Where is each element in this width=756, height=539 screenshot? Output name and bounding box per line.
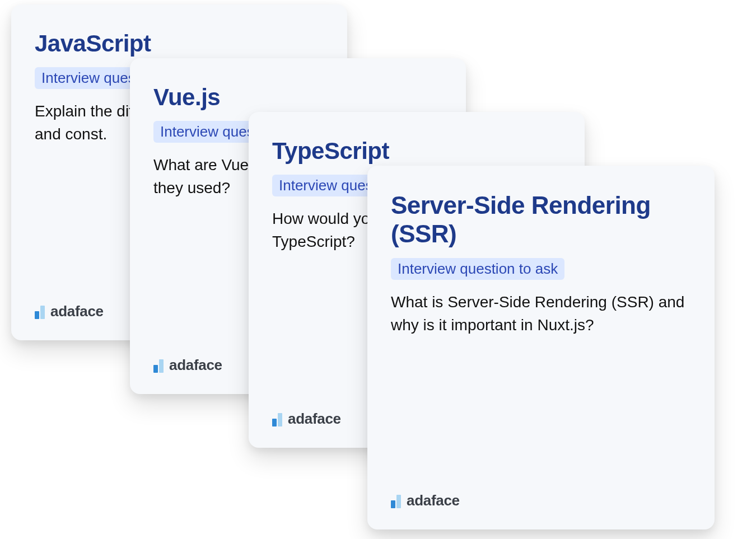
- card-title: JavaScript: [35, 30, 324, 57]
- card-title: TypeScript: [272, 138, 561, 165]
- brand: adaface: [391, 475, 691, 509]
- adaface-logo-icon: [272, 412, 282, 426]
- brand-text: adaface: [50, 303, 104, 320]
- brand-text: adaface: [169, 357, 222, 374]
- card-badge: Interview question to ask: [391, 258, 564, 280]
- card-title: Vue.js: [153, 84, 442, 111]
- interview-card-ssr: Server-Side Rendering (SSR) Interview qu…: [367, 166, 715, 529]
- brand-text: adaface: [288, 410, 341, 428]
- adaface-logo-icon: [153, 358, 164, 373]
- brand-text: adaface: [407, 492, 460, 509]
- card-title: Server-Side Rendering (SSR): [391, 191, 691, 248]
- adaface-logo-icon: [35, 304, 45, 319]
- adaface-logo-icon: [391, 494, 401, 508]
- card-question: What is Server-Side Rendering (SSR) and …: [391, 291, 691, 475]
